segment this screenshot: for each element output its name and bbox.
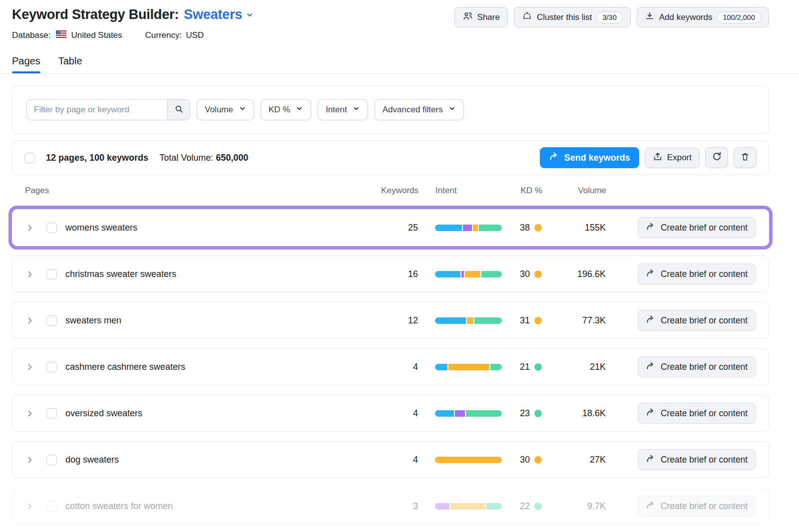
page-name: womens sweaters <box>65 223 373 233</box>
intent-segment-commercial <box>467 317 473 324</box>
database-value: United States <box>71 30 122 40</box>
chevron-right-icon[interactable] <box>25 409 35 418</box>
refresh-button[interactable] <box>705 147 728 168</box>
send-keywords-button[interactable]: Send keywords <box>540 147 639 168</box>
tabs-divider <box>0 73 799 74</box>
export-button[interactable]: Export <box>645 148 700 168</box>
send-arrow-icon <box>646 407 656 420</box>
intent-segment-transactional <box>474 317 502 324</box>
intent-segment-commercial <box>465 271 480 277</box>
chevron-right-icon[interactable] <box>25 502 35 511</box>
keyword-strategy-builder-page: Keyword Strategy Builder: Sweaters Datab… <box>12 0 769 525</box>
chevron-right-icon[interactable] <box>25 456 35 464</box>
kd-cell: 23 <box>502 408 542 419</box>
table-row[interactable]: cashmere cashmere sweaters 4 21 21K Crea… <box>12 348 769 385</box>
table-row[interactable]: christmas sweater sweaters 16 30 196.6K … <box>12 256 769 292</box>
select-all-checkbox[interactable] <box>24 153 35 163</box>
kd-value: 30 <box>520 269 530 279</box>
intent-segment-informational <box>435 271 460 277</box>
row-checkbox[interactable] <box>46 315 57 326</box>
list-switcher[interactable]: Sweaters <box>184 7 254 22</box>
search-icon <box>174 104 184 115</box>
export-label: Export <box>667 153 692 163</box>
intent-segment-commercial <box>435 457 502 463</box>
intent-bar <box>435 364 502 370</box>
intent-segment-commercial <box>448 364 489 370</box>
create-brief-button[interactable]: Create brief or content <box>638 449 756 470</box>
create-brief-button[interactable]: Create brief or content <box>638 264 756 284</box>
kd-difficulty-dot <box>534 224 542 232</box>
column-header-keywords: Keywords <box>374 186 418 196</box>
cluster-count-badge: 3/30 <box>596 11 622 23</box>
create-brief-button[interactable]: Create brief or content <box>638 403 756 424</box>
cluster-this-list-button[interactable]: Cluster this list 3/30 <box>514 7 631 27</box>
chevron-right-icon[interactable] <box>25 363 35 371</box>
create-brief-label: Create brief or content <box>661 455 748 465</box>
send-arrow-icon <box>646 454 656 466</box>
chevron-down-icon <box>353 105 360 115</box>
download-icon <box>645 11 655 23</box>
filter-search-input[interactable] <box>26 99 167 120</box>
row-checkbox[interactable] <box>46 408 57 419</box>
chevron-right-icon[interactable] <box>25 316 35 325</box>
share-button[interactable]: Share <box>454 7 508 27</box>
kd-filter-dropdown[interactable]: KD % <box>261 99 311 120</box>
trash-icon <box>740 152 750 164</box>
row-checkbox[interactable] <box>46 455 57 465</box>
share-label: Share <box>477 12 500 22</box>
cluster-label: Cluster this list <box>537 12 592 22</box>
create-brief-button[interactable]: Create brief or content <box>638 356 756 377</box>
column-header-intent: Intent <box>435 186 502 196</box>
add-keywords-label: Add keywords <box>659 12 713 22</box>
share-icon <box>462 11 473 24</box>
table-row[interactable]: sweaters men 12 31 77.3K Create brief or… <box>12 302 769 339</box>
intent-segment-commercial <box>473 225 477 231</box>
kd-cell: 21 <box>502 362 542 372</box>
kd-value: 22 <box>520 501 530 512</box>
chevron-right-icon[interactable] <box>25 270 35 278</box>
intent-filter-dropdown[interactable]: Intent <box>318 99 368 120</box>
intent-segment-transactional <box>479 225 502 231</box>
row-checkbox[interactable] <box>46 223 57 233</box>
send-arrow-icon <box>646 268 656 280</box>
tab-pages[interactable]: Pages <box>12 55 40 73</box>
intent-segment-informational <box>435 225 462 231</box>
table-row[interactable]: dog sweaters 4 30 27K Create brief or co… <box>12 441 769 478</box>
create-brief-button[interactable]: Create brief or content <box>638 310 756 331</box>
create-brief-button[interactable]: Create brief or content <box>638 217 756 238</box>
intent-bar <box>435 410 502 417</box>
kd-value: 23 <box>520 408 530 419</box>
row-checkbox[interactable] <box>46 269 57 279</box>
volume-filter-dropdown[interactable]: Volume <box>197 99 254 120</box>
advanced-filters-dropdown[interactable]: Advanced filters <box>375 99 464 120</box>
column-header-volume: Volume <box>546 186 606 196</box>
tab-table[interactable]: Table <box>58 55 82 73</box>
page-name: dog sweaters <box>65 455 373 465</box>
view-tabs: Pages Table <box>12 55 769 73</box>
table-header: Pages Keywords Intent KD % Volume <box>12 179 769 202</box>
kd-cell: 30 <box>502 269 542 279</box>
intent-segment-navigational <box>461 271 464 277</box>
search-button[interactable] <box>167 99 190 120</box>
create-brief-label: Create brief or content <box>661 269 748 279</box>
delete-button[interactable] <box>734 147 757 168</box>
send-arrow-icon <box>646 314 656 327</box>
page-name: oversized sweaters <box>65 408 373 419</box>
kd-difficulty-dot <box>534 270 542 278</box>
table-row[interactable]: cotton sweaters for women 3 22 9.7K Crea… <box>12 488 769 525</box>
chevron-right-icon[interactable] <box>25 224 35 232</box>
keywords-count: 4 <box>373 408 418 419</box>
row-checkbox[interactable] <box>46 362 57 372</box>
kd-difficulty-dot <box>534 363 542 371</box>
create-brief-label: Create brief or content <box>661 501 748 512</box>
intent-segment-commercial <box>450 503 485 510</box>
page-name: christmas sweater sweaters <box>65 269 373 279</box>
create-brief-button[interactable]: Create brief or content <box>638 496 756 517</box>
add-keywords-button[interactable]: Add keywords 100/2,000 <box>637 7 769 27</box>
table-row[interactable]: oversized sweaters 4 23 18.6K Create bri… <box>12 395 769 432</box>
send-arrow-icon <box>646 222 656 234</box>
table-row[interactable]: womens sweaters 25 38 155K Create brief … <box>12 209 769 246</box>
export-icon <box>653 152 663 164</box>
row-checkbox[interactable] <box>46 501 57 512</box>
page-header: Keyword Strategy Builder: Sweaters Datab… <box>12 0 769 40</box>
